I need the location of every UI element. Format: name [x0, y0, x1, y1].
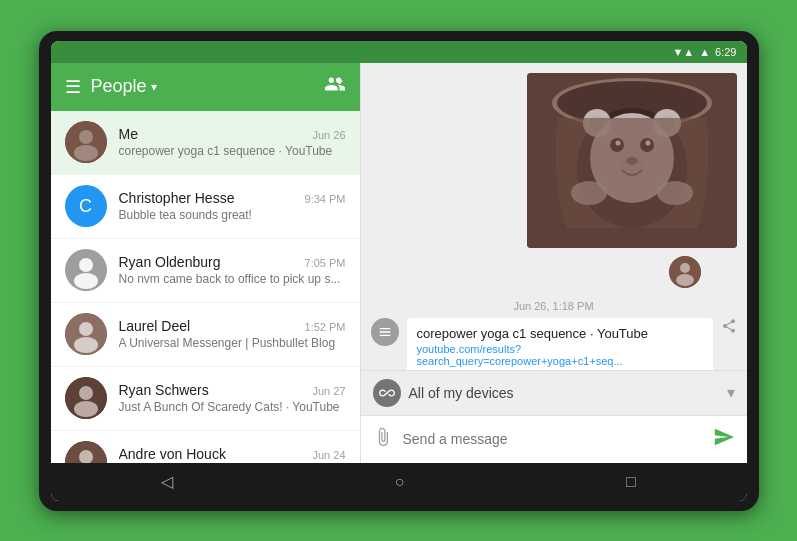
conv-time: 9:34 PM — [305, 193, 346, 205]
avatar — [65, 441, 107, 463]
conv-name: Andre von Houck — [119, 446, 226, 462]
conv-name: Ryan Schwers — [119, 382, 209, 398]
list-item[interactable]: Ryan Oldenburg 7:05 PM No nvm came back … — [51, 239, 360, 303]
conv-info: Andre von Houck Jun 24 While only 17 Apa… — [119, 446, 346, 463]
svg-point-7 — [79, 322, 93, 336]
message-row: corepower yoga c1 sequence · YouTube you… — [371, 318, 737, 370]
title-text: People — [91, 76, 147, 97]
home-button[interactable]: ○ — [375, 465, 425, 499]
link-icon — [371, 318, 399, 346]
recents-button[interactable]: □ — [606, 465, 656, 499]
right-panel: Jun 26, 1:18 PM corepower yoga c1 sequen… — [361, 63, 747, 463]
dropdown-arrow[interactable]: ▾ — [151, 80, 157, 94]
contacts-button[interactable] — [324, 73, 346, 100]
list-item[interactable]: C Christopher Hesse 9:34 PM Bubble tea s… — [51, 175, 360, 239]
devices-left: All of my devices — [373, 379, 514, 407]
toolbar-title: People ▾ — [91, 76, 157, 97]
message-time: Jun 26, 1:18 PM — [417, 369, 703, 370]
conv-name: Ryan Oldenburg — [119, 254, 221, 270]
message-share-button[interactable] — [721, 318, 737, 338]
svg-point-1 — [79, 130, 93, 144]
svg-point-4 — [79, 258, 93, 272]
devices-dropdown-button[interactable]: ▾ — [727, 383, 735, 402]
conv-header: Ryan Oldenburg 7:05 PM — [119, 254, 346, 270]
conv-time: 7:05 PM — [305, 257, 346, 269]
infinity-icon — [373, 379, 401, 407]
timestamp: Jun 26, 1:18 PM — [371, 300, 737, 312]
avatar: C — [65, 185, 107, 227]
status-icons: ▼▲ ▲ 6:29 — [672, 46, 736, 58]
svg-point-8 — [74, 337, 98, 353]
avatar — [65, 313, 107, 355]
status-bar: ▼▲ ▲ 6:29 — [51, 41, 747, 63]
conv-preview: corepower yoga c1 sequence · YouTube — [119, 144, 346, 158]
toolbar: ☰ People ▾ — [51, 63, 360, 111]
chat-area[interactable]: Jun 26, 1:18 PM corepower yoga c1 sequen… — [361, 63, 747, 370]
conv-name: Laurel Deel — [119, 318, 191, 334]
conv-preview: No nvm came back to office to pick up s.… — [119, 272, 346, 286]
conv-name: Me — [119, 126, 138, 142]
conv-time: 1:52 PM — [305, 321, 346, 333]
conv-header: Laurel Deel 1:52 PM — [119, 318, 346, 334]
conv-preview: Just A Bunch Of Scaredy Cats! · YouTube — [119, 400, 346, 414]
svg-point-2 — [74, 145, 98, 161]
tablet-frame: ▼▲ ▲ 6:29 ☰ People ▾ — [39, 31, 759, 511]
svg-point-5 — [74, 273, 98, 289]
message-bubble: corepower yoga c1 sequence · YouTube you… — [407, 318, 713, 370]
sender-avatar — [669, 256, 701, 288]
conv-info: Laurel Deel 1:52 PM A Universal Messenge… — [119, 318, 346, 350]
conv-name: Christopher Hesse — [119, 190, 235, 206]
wifi-icon: ▼▲ — [672, 46, 694, 58]
avatar — [65, 121, 107, 163]
back-button[interactable]: ◁ — [141, 464, 193, 499]
conv-header: Christopher Hesse 9:34 PM — [119, 190, 346, 206]
chat-image — [527, 73, 737, 248]
conv-info: Ryan Oldenburg 7:05 PM No nvm came back … — [119, 254, 346, 286]
send-button[interactable] — [713, 426, 735, 453]
input-bar — [361, 415, 747, 463]
avatar — [65, 377, 107, 419]
time-display: 6:29 — [715, 46, 736, 58]
message-title: corepower yoga c1 sequence · YouTube — [417, 326, 703, 341]
list-item[interactable]: Ryan Schwers Jun 27 Just A Bunch Of Scar… — [51, 367, 360, 431]
conversation-list[interactable]: Me Jun 26 corepower yoga c1 sequence · Y… — [51, 111, 360, 463]
left-panel: ☰ People ▾ — [51, 63, 361, 463]
signal-icon: ▲ — [699, 46, 710, 58]
avatar — [65, 249, 107, 291]
conv-time: Jun 27 — [312, 385, 345, 397]
devices-bar: All of my devices ▾ — [361, 370, 747, 415]
message-input[interactable] — [403, 431, 703, 447]
conv-header: Ryan Schwers Jun 27 — [119, 382, 346, 398]
message-url[interactable]: youtube.com/results?search_query=corepow… — [417, 343, 703, 367]
svg-point-37 — [676, 274, 694, 286]
conv-time: Jun 24 — [312, 449, 345, 461]
conv-info: Christopher Hesse 9:34 PM Bubble tea sou… — [119, 190, 346, 222]
toolbar-left: ☰ People ▾ — [65, 76, 157, 98]
svg-point-36 — [680, 263, 690, 273]
conv-info: Me Jun 26 corepower yoga c1 sequence · Y… — [119, 126, 346, 158]
conv-preview: A Universal Messenger | Pushbullet Blog — [119, 336, 346, 350]
conv-header: Andre von Houck Jun 24 — [119, 446, 346, 462]
list-item[interactable]: Me Jun 26 corepower yoga c1 sequence · Y… — [51, 111, 360, 175]
list-item[interactable]: Andre von Houck Jun 24 While only 17 Apa… — [51, 431, 360, 463]
conv-info: Ryan Schwers Jun 27 Just A Bunch Of Scar… — [119, 382, 346, 414]
list-item[interactable]: Laurel Deel 1:52 PM A Universal Messenge… — [51, 303, 360, 367]
svg-point-11 — [74, 401, 98, 417]
conv-header: Me Jun 26 — [119, 126, 346, 142]
tablet-screen: ▼▲ ▲ 6:29 ☰ People ▾ — [51, 41, 747, 501]
app-content: ☰ People ▾ — [51, 63, 747, 463]
conv-time: Jun 26 — [312, 129, 345, 141]
chat-image-container — [527, 73, 737, 248]
devices-label: All of my devices — [409, 385, 514, 401]
attach-button[interactable] — [373, 427, 393, 452]
nav-bar: ◁ ○ □ — [51, 463, 747, 501]
conv-preview: Bubble tea sounds great! — [119, 208, 346, 222]
svg-point-10 — [79, 386, 93, 400]
menu-button[interactable]: ☰ — [65, 76, 81, 98]
